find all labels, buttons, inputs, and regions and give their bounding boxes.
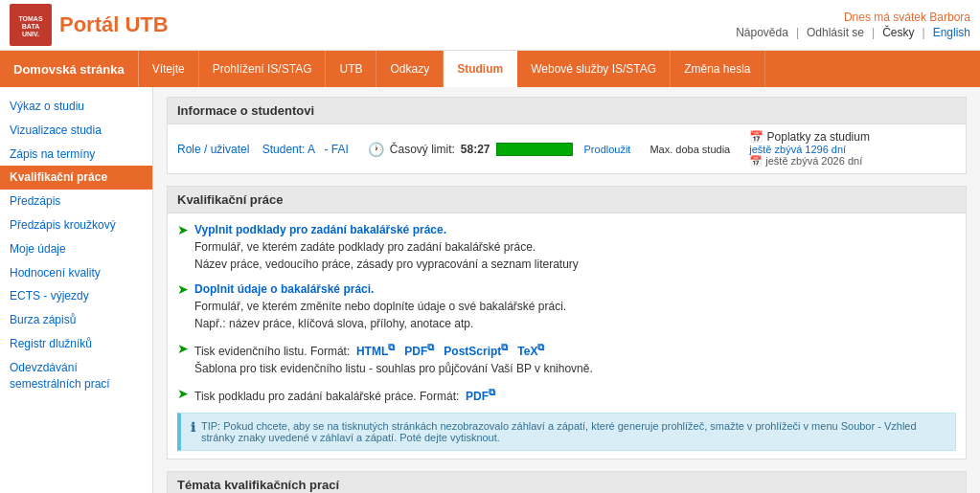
napoveda-link[interactable]: Nápověda — [736, 26, 788, 39]
calendar-icon: 📅 — [749, 130, 763, 144]
sidebar-item-registr[interactable]: Registr dlužníků — [0, 332, 152, 356]
kp-desc-2a: Formulář, ve kterém změníte nebo doplnít… — [194, 300, 566, 313]
tab-utb[interactable]: UTB — [326, 51, 376, 87]
top-bar: TOMAS BATA UNIV. Portál UTB Dnes má svát… — [0, 0, 980, 51]
student-info-row: Role / uživatel Student: A - FAI 🕐 Časov… — [168, 124, 966, 173]
kp-desc-4a: Tisk podkladu pro zadání bakalářské prác… — [194, 390, 495, 403]
role-label: Role / uživatel — [177, 143, 249, 156]
sidebar-item-burza[interactable]: Burza zápisů — [0, 308, 152, 332]
faculty-value: - FAI — [324, 143, 348, 156]
kp-box: Kvalifikační práce ➤ Vyplnit podklady pr… — [167, 186, 967, 459]
odhlasit-link[interactable]: Odhlásit se — [807, 26, 864, 39]
fees-label: 📅 Poplatky za studium — [749, 130, 870, 144]
svg-text:UNIV.: UNIV. — [22, 31, 39, 37]
max-doba: Max. doba studia — [650, 144, 730, 155]
fees-cell: 📅 Poplatky za studium ještě zbývá 1296 d… — [749, 130, 870, 168]
tab-prohlizeniisstag[interactable]: Prohlížení IS/STAG — [199, 51, 327, 87]
tip-text: TIP: Pokud chcete, aby se na tisknutých … — [201, 420, 946, 443]
tex-link[interactable]: TeX⧉ — [517, 345, 544, 358]
fees-link2: 📅 ještě zbývá 2026 dní — [749, 155, 870, 168]
arrow-icon-2: ➤ — [177, 281, 189, 297]
holiday-text: Dnes má svátek Barbora — [844, 11, 970, 24]
separator1: | — [796, 26, 799, 39]
kp-desc-3b: Šablona pro tisk evidenčního listu - sou… — [194, 362, 593, 375]
main-layout: Výkaz o studiu Vizualizace studia Zápis … — [0, 87, 980, 493]
arrow-icon-1: ➤ — [177, 222, 189, 237]
tab-vitejte[interactable]: Vítejte — [139, 51, 199, 87]
clock-icon: 🕐 — [368, 142, 384, 157]
kp-item-4: ➤ Tisk podkladu pro zadání bakalářské pr… — [177, 385, 956, 405]
nav-bar: Domovská stránka Vítejte Prohlížení IS/S… — [0, 51, 980, 87]
kp-text-3: Tisk evidenčního listu. Formát: HTML⧉ PD… — [194, 340, 593, 377]
arrow-icon-4: ➤ — [177, 386, 189, 401]
kp-desc-1b: Název práce, vedoucího práce, zásady pro… — [194, 258, 579, 271]
kp-link-1[interactable]: Vyplnit podklady pro zadání bakalářské p… — [194, 223, 446, 236]
sidebar-item-hodnoceni[interactable]: Hodnocení kvality — [0, 261, 152, 285]
arrow-icon-3: ➤ — [177, 341, 189, 356]
temata-header: Témata kvalifikačních prací — [168, 472, 966, 493]
nav-tabs: Vítejte Prohlížení IS/STAG UTB Odkazy St… — [139, 51, 765, 87]
calendar2-icon: 📅 — [749, 155, 763, 167]
sidebar-item-moje-udaje[interactable]: Moje údaje — [0, 237, 152, 261]
postscript-link[interactable]: PostScript⧉ — [444, 345, 508, 358]
portal-title: Portál UTB — [59, 12, 169, 37]
student-info-header: Informace o studentovi — [168, 98, 966, 124]
sidebar: Výkaz o studiu Vizualizace studia Zápis … — [0, 87, 153, 493]
kp-text-2: Doplnit údaje o bakalářské práci. Formul… — [194, 280, 566, 332]
timer-value: 58:27 — [461, 143, 490, 156]
sidebar-item-vykaz[interactable]: Výkaz o studiu — [0, 95, 152, 119]
sidebar-item-kvalifikacni[interactable]: Kvalifikační práce — [0, 166, 152, 190]
lang-cs[interactable]: Česky — [882, 26, 914, 39]
prolong-link[interactable]: Prodloužit — [584, 144, 631, 155]
info-icon: ℹ — [191, 420, 195, 443]
fees-link1[interactable]: ještě zbývá 1296 dní — [749, 144, 870, 155]
timer-progress-bar — [496, 143, 573, 156]
kp-item-3: ➤ Tisk evidenčního listu. Formát: HTML⧉ … — [177, 340, 956, 377]
lang-en[interactable]: English — [933, 26, 970, 39]
role-value: Student: A — [262, 143, 315, 156]
top-links: Nápověda | Odhlásit se | Česky | English — [736, 26, 970, 39]
tab-webove-sluzby[interactable]: Webové služby IS/STAG — [517, 51, 671, 87]
sidebar-item-ects[interactable]: ECTS - výjezdy — [0, 284, 152, 308]
timer-cell: 🕐 Časový limit: 58:27 Prodloužit — [368, 142, 631, 157]
sidebar-item-predzapis[interactable]: Předzápis — [0, 190, 152, 213]
role-cell: Role / uživatel Student: A - FAI — [177, 143, 349, 156]
pdf-link[interactable]: PDF⧉ — [404, 345, 434, 358]
timer-label: Časový limit: — [390, 143, 455, 156]
kp-item-1: ➤ Vyplnit podklady pro zadání bakalářské… — [177, 221, 956, 273]
tab-zmena-hesla[interactable]: Změna hesla — [671, 51, 764, 87]
kp-text-1: Vyplnit podklady pro zadání bakalářské p… — [194, 221, 579, 273]
kp-text-4: Tisk podkladu pro zadání bakalářské prác… — [194, 385, 495, 405]
pdf2-link[interactable]: PDF⧉ — [466, 390, 495, 403]
sidebar-item-zapis[interactable]: Zápis na termíny — [0, 143, 152, 167]
info-tip: ℹ TIP: Pokud chcete, aby se na tisknutýc… — [177, 413, 956, 451]
top-right-area: Dnes má svátek Barbora Nápověda | Odhlás… — [736, 11, 970, 39]
sidebar-item-vizualizace[interactable]: Vizualizace studia — [0, 119, 152, 143]
kp-content: ➤ Vyplnit podklady pro zadání bakalářské… — [168, 213, 966, 459]
separator3: | — [923, 26, 925, 39]
sidebar-item-odevzdavani[interactable]: Odevzdávání semestrálních prací — [0, 356, 152, 396]
sidebar-item-predzapis-krouzk[interactable]: Předzápis kroužkový — [0, 213, 152, 237]
svg-text:TOMAS: TOMAS — [18, 15, 42, 22]
kp-item-2: ➤ Doplnit údaje o bakalářské práci. Form… — [177, 280, 956, 332]
student-info-box: Informace o studentovi Role / uživatel S… — [167, 97, 967, 174]
kp-header: Kvalifikační práce — [168, 187, 966, 213]
svg-text:BATA: BATA — [22, 23, 39, 30]
kp-desc-2b: Např.: název práce, klíčová slova, přílo… — [194, 317, 473, 330]
logo-icon: TOMAS BATA UNIV. — [10, 4, 52, 46]
content-area: Informace o studentovi Role / uživatel S… — [153, 87, 980, 493]
kp-desc-3a: Tisk evidenčního listu. Formát: HTML⧉ PD… — [194, 345, 544, 358]
kp-link-2[interactable]: Doplnit údaje o bakalářské práci. — [194, 282, 374, 296]
separator2: | — [872, 26, 875, 39]
kp-desc-1a: Formulář, ve kterém zadáte podklady pro … — [194, 240, 536, 254]
nav-home[interactable]: Domovská stránka — [0, 51, 139, 87]
logo-area: TOMAS BATA UNIV. Portál UTB — [10, 4, 169, 46]
temata-section: Témata kvalifikačních prací Vybraná téma… — [167, 471, 967, 493]
html-link[interactable]: HTML⧉ — [356, 345, 395, 358]
max-doba-label: Max. doba studia — [650, 144, 730, 155]
tab-odkazy[interactable]: Odkazy — [376, 51, 444, 87]
tab-studium[interactable]: Studium — [444, 51, 517, 87]
